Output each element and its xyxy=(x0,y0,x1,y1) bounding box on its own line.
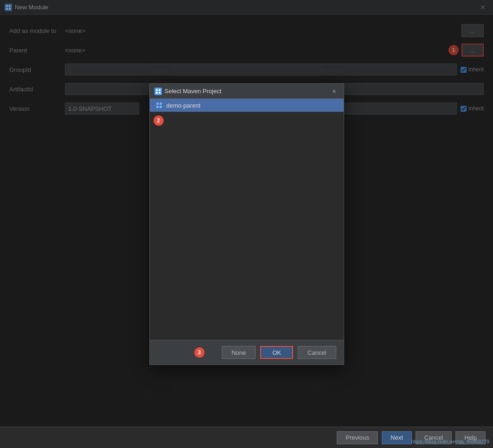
svg-rect-8 xyxy=(156,102,159,105)
step-badge-2: 2 xyxy=(154,115,164,126)
none-button[interactable]: None xyxy=(222,346,256,359)
svg-rect-9 xyxy=(160,102,162,105)
select-maven-project-dialog: Select Maven Project × demo-parent xyxy=(149,83,344,365)
modal-title: Select Maven Project xyxy=(165,88,222,95)
modal-app-icon xyxy=(154,88,162,95)
modal-body: demo-parent 2 xyxy=(150,99,344,340)
modal-footer: 3 None OK Cancel xyxy=(150,340,344,365)
cancel-button[interactable]: Cancel xyxy=(298,346,336,359)
project-list-item[interactable]: demo-parent xyxy=(150,99,344,112)
project-item-name: demo-parent xyxy=(166,102,201,109)
svg-rect-4 xyxy=(156,89,158,91)
svg-rect-7 xyxy=(159,92,160,94)
svg-rect-11 xyxy=(160,106,162,108)
previous-button[interactable]: Previous xyxy=(337,431,378,444)
svg-rect-5 xyxy=(159,89,160,91)
ok-button[interactable]: OK xyxy=(260,346,293,359)
maven-project-icon xyxy=(155,102,163,109)
svg-rect-6 xyxy=(156,92,158,94)
modal-title-bar: Select Maven Project × xyxy=(150,84,344,99)
modal-overlay: Select Maven Project × demo-parent xyxy=(0,0,493,448)
step-badge-3: 3 xyxy=(194,347,205,358)
url-display: https://blog.csdn.net/qq_45069279 xyxy=(407,437,493,446)
svg-rect-10 xyxy=(156,106,159,108)
modal-close-button[interactable]: × xyxy=(330,87,339,96)
